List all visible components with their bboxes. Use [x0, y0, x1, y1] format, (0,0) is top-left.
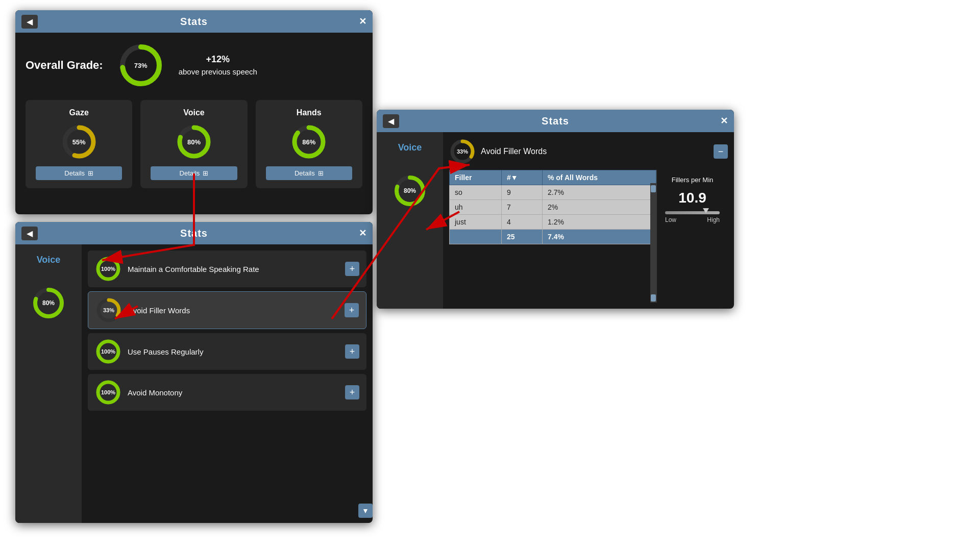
table-scrollbar	[650, 183, 656, 303]
panel1-header: ◀ Stats ✕	[15, 10, 373, 33]
pauses-expand-button[interactable]: +	[345, 344, 359, 359]
panel2-voice-circle: 80%	[31, 286, 66, 320]
slider-high-label: High	[707, 216, 720, 223]
pct-so: 2.7%	[542, 185, 656, 200]
voice-item-pauses: 100% Use Pauses Regularly +	[88, 333, 366, 370]
table-row: uh 7 2%	[450, 200, 656, 215]
col-filler: Filler	[450, 170, 502, 185]
voice-item-speaking-rate: 100% Maintain a Comfortable Speaking Rat…	[88, 251, 366, 287]
voice-item-monotony: 100% Avoid Monotony +	[88, 374, 366, 411]
table-row: so 9 2.7%	[450, 185, 656, 200]
overall-grade-label: Overall Grade:	[26, 59, 103, 72]
panel3-title: Stats	[542, 115, 569, 127]
voice-circle: 80%	[176, 123, 212, 160]
panel3-close-button[interactable]: ✕	[720, 115, 728, 127]
panel3-back-button[interactable]: ◀	[383, 114, 399, 128]
count-just: 4	[502, 215, 543, 230]
filler-header-label: Avoid Filler Words	[481, 147, 708, 156]
panel2-header: ◀ Stats ✕	[15, 222, 373, 244]
table-scroll-thumb-down	[651, 294, 656, 302]
panel1-title: Stats	[180, 16, 208, 28]
filler-uh: uh	[450, 200, 502, 215]
slider-track	[665, 211, 720, 214]
panel1-back-button[interactable]: ◀	[21, 15, 38, 29]
gaze-label: Gaze	[69, 108, 89, 117]
panel3-sidebar-label: Voice	[398, 142, 422, 153]
panel3-sidebar: Voice 80%	[377, 132, 443, 309]
filler-table: Filler #▼ % of All Words so 9 2.7%	[449, 170, 656, 244]
panel1-close-button[interactable]: ✕	[359, 16, 366, 27]
hands-circle: 86%	[290, 123, 327, 160]
panel-overall-stats: ◀ Stats ✕ Overall Grade: 73% +12% above …	[15, 10, 373, 214]
category-card-voice: Voice 80% Details ⊞	[140, 100, 247, 188]
gaze-pct: 55%	[72, 138, 86, 146]
voice-list-scroll-down-button[interactable]: ▼	[358, 504, 373, 518]
filler-collapse-button[interactable]: −	[714, 144, 728, 159]
fillers-slider: Low High	[665, 211, 720, 223]
hands-pct: 86%	[302, 138, 315, 146]
filler-table-container: Filler #▼ % of All Words so 9 2.7%	[449, 170, 656, 303]
total-count: 25	[502, 230, 543, 244]
overall-grade-circle: 73%	[118, 43, 163, 88]
details-icon: ⊞	[203, 169, 208, 177]
voice-pct: 80%	[187, 138, 201, 146]
details-icon: ⊞	[318, 169, 324, 177]
panel3-voice-score: 80%	[404, 187, 416, 194]
filler-so: so	[450, 185, 502, 200]
improvement-text: +12% above previous speech	[179, 53, 257, 78]
filler-words-expand-button[interactable]: +	[345, 303, 359, 317]
fillers-per-min-label: Fillers per Min	[672, 176, 714, 185]
filler-pct-circle: 33%	[449, 138, 476, 165]
voice-list-area: 100% Maintain a Comfortable Speaking Rat…	[82, 244, 373, 523]
hands-details-button[interactable]: Details ⊞	[266, 166, 352, 180]
panel2-back-button[interactable]: ◀	[21, 227, 38, 240]
hands-label: Hands	[297, 108, 322, 117]
filler-header-pct: 33%	[457, 148, 468, 155]
pct-uh: 2%	[542, 200, 656, 215]
monotony-circle: 100%	[95, 379, 121, 406]
count-so: 9	[502, 185, 543, 200]
table-total-row: 25 7.4%	[450, 230, 656, 244]
speaking-rate-expand-button[interactable]: +	[345, 262, 359, 276]
total-filler	[450, 230, 502, 244]
panel3-main: 33% Avoid Filler Words − Filler #▼ % of …	[443, 132, 734, 309]
gaze-details-button[interactable]: Details ⊞	[36, 166, 122, 180]
panel3-header: ◀ Stats ✕	[377, 110, 734, 132]
fillers-per-min-value: 10.9	[678, 190, 706, 206]
category-card-gaze: Gaze 55% Details ⊞	[26, 100, 132, 188]
panel2-close-button[interactable]: ✕	[359, 228, 366, 239]
filler-just: just	[450, 215, 502, 230]
speaking-rate-label: Maintain a Comfortable Speaking Rate	[128, 265, 339, 273]
voice-label: Voice	[183, 108, 205, 117]
panel-voice-list: ◀ Stats ✕ Voice 80%	[15, 222, 373, 523]
improvement-sub: above previous speech	[179, 66, 257, 78]
table-scroll-thumb-up	[651, 185, 656, 192]
pauses-label: Use Pauses Regularly	[128, 347, 339, 356]
panel2-sidebar-label: Voice	[37, 255, 61, 265]
panel2-sidebar: Voice 80%	[15, 244, 82, 523]
speaking-rate-circle: 100%	[95, 256, 121, 282]
filler-header-row: 33% Avoid Filler Words −	[449, 138, 728, 165]
gaze-circle: 55%	[61, 123, 97, 160]
pct-just: 1.2%	[542, 215, 656, 230]
panel2-voice-score: 80%	[42, 299, 55, 307]
filler-words-pct: 33%	[103, 307, 114, 313]
panel2-title: Stats	[180, 228, 208, 239]
slider-thumb	[703, 208, 709, 213]
total-pct: 7.4%	[542, 230, 656, 244]
monotony-expand-button[interactable]: +	[345, 385, 359, 399]
voice-details-button[interactable]: Details ⊞	[151, 166, 237, 180]
voice-item-filler-words: 33% Avoid Filler Words +	[88, 291, 366, 329]
pauses-pct: 100%	[101, 348, 115, 355]
filler-words-label: Avoid Filler Words	[128, 306, 338, 315]
pauses-circle: 100%	[95, 338, 121, 365]
table-row: just 4 1.2%	[450, 215, 656, 230]
panel-filler-detail: ◀ Stats ✕ Voice 80%	[377, 110, 734, 309]
monotony-pct: 100%	[101, 389, 115, 395]
improvement-pct: +12%	[179, 53, 257, 66]
details-icon: ⊞	[88, 169, 93, 177]
count-uh: 7	[502, 200, 543, 215]
panel3-voice-circle: 80%	[393, 173, 427, 208]
monotony-label: Avoid Monotony	[128, 388, 339, 397]
speaking-rate-pct: 100%	[101, 266, 115, 272]
